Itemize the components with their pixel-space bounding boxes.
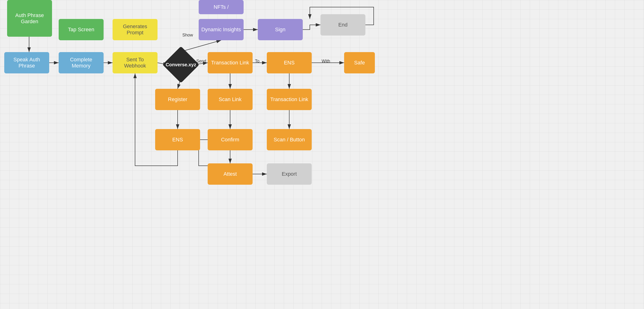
ens-1-node: ENS [267,52,312,73]
svg-line-6 [181,40,221,52]
arrows-layer [0,0,644,309]
confirm-node: Confirm [208,129,252,150]
ens-2-node: ENS [155,129,200,150]
to-label: To [255,59,260,64]
converse-xyz-node: Converse.xyz [162,46,199,83]
attest-node: Attest [208,163,252,185]
speak-auth-phrase-node: Speak Auth Phrase [4,52,49,73]
auth-phrase-garden-node: Auth Phrase Garden [7,0,52,37]
complete-memory-node: Complete Memory [59,52,104,73]
transaction-link-2-node: Transaction Link [267,89,312,110]
dynamic-insights-node: Dynamic Insights [199,19,244,40]
transaction-link-1-node: Transaction Link [208,52,252,73]
scan-button-node: Scan / Button [267,129,312,150]
sent-to-webhook-node: Sent To Webhook [112,52,158,73]
nfts-node: NFTs / [199,0,244,14]
export-node: Export [267,163,312,185]
safe-node: Safe [344,52,375,73]
register-node: Register [155,89,200,110]
flowchart-canvas: Show Send To With Auth Phrase Garden Tap… [0,0,644,309]
scan-link-node: Scan Link [208,89,252,110]
show-label: Show [182,33,193,38]
generates-prompt-node: Generates Prompt [112,19,158,40]
with-label: With [322,59,330,64]
tap-screen-node: Tap Screen [59,19,104,40]
end-node: End [320,14,366,36]
sign-node: Sign [258,19,303,40]
